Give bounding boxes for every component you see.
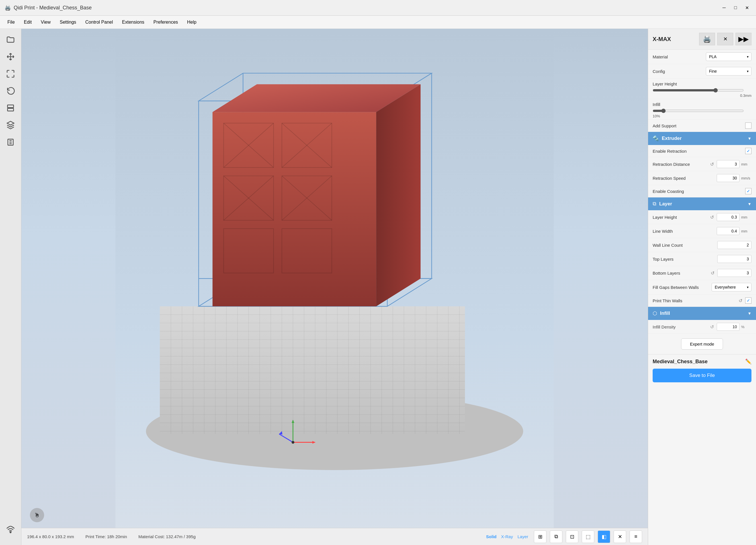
wall-line-count-input[interactable]	[717, 241, 751, 249]
close-button[interactable]: ✕	[742, 4, 751, 12]
viewport-tool-3[interactable]: ⊡	[566, 530, 578, 543]
printer-name: X-MAX	[653, 36, 671, 42]
retraction-speed-input[interactable]	[717, 174, 739, 182]
enable-retraction-label: Enable Retraction	[653, 149, 743, 153]
viewport-tools: ⊞ ⧉ ⊡ ⬚ ◧ ✕ ≡	[534, 530, 642, 543]
left-toolbar	[0, 29, 21, 545]
retraction-distance-input[interactable]	[717, 160, 739, 168]
layer-height-value: 0.3mm	[740, 93, 751, 98]
config-select[interactable]: FineNormalFastExtra Fine	[706, 67, 751, 75]
layer-height-slider[interactable]	[653, 88, 744, 93]
extruder-section-label: Extruder	[662, 136, 745, 141]
tool-stack[interactable]	[3, 118, 18, 132]
retraction-distance-reset[interactable]: ↺	[709, 161, 715, 167]
tool-scale[interactable]	[3, 66, 18, 81]
fill-gaps-select-wrapper: EverywhereNowhereSkinSkin and Infill	[712, 283, 751, 292]
infill-slider[interactable]	[653, 108, 744, 113]
layer-height-reset[interactable]: ↺	[709, 214, 715, 220]
infill-chevron-icon: ▼	[747, 311, 751, 316]
menu-settings[interactable]: Settings	[56, 18, 80, 26]
layer-height-field-unit: mm	[741, 215, 751, 219]
tool-move[interactable]	[3, 49, 18, 64]
view-mode-buttons: Solid X-Ray Layer	[486, 534, 528, 539]
minimize-button[interactable]: ─	[720, 4, 729, 12]
menu-help[interactable]: Help	[183, 18, 200, 26]
close-icon[interactable]: ✕	[717, 33, 733, 45]
infill-label: Infill	[653, 102, 751, 107]
svg-point-83	[292, 441, 294, 444]
forward-icon[interactable]: ▶▶	[735, 33, 751, 45]
viewport-tool-1[interactable]: ⊞	[534, 530, 546, 543]
viewport-bottom-bar: 196.4 x 80.0 x 193.2 mm Print Time: 18h …	[21, 528, 648, 545]
fill-gaps-label: Fill Gaps Between Walls	[653, 285, 709, 290]
layer-section-header[interactable]: ⧉ Layer ▼	[648, 197, 756, 210]
config-row: Config FineNormalFastExtra Fine	[648, 64, 756, 79]
material-row: Material PLAABSPETGTPU	[648, 50, 756, 64]
infill-density-unit: %	[741, 325, 751, 329]
viewport-tool-6[interactable]: ✕	[614, 530, 626, 543]
view-mode-layer[interactable]: Layer	[517, 534, 528, 539]
viewport-info: 196.4 x 80.0 x 193.2 mm Print Time: 18h …	[27, 534, 196, 539]
wall-line-count-label: Wall Line Count	[653, 243, 715, 247]
menu-extensions[interactable]: Extensions	[118, 18, 148, 26]
svg-rect-9	[160, 306, 465, 434]
infill-density-input[interactable]	[717, 323, 739, 331]
config-select-wrapper: FineNormalFastExtra Fine	[706, 67, 751, 75]
maximize-button[interactable]: □	[731, 4, 740, 12]
view-mode-xray[interactable]: X-Ray	[501, 534, 513, 539]
menu-edit[interactable]: Edit	[20, 18, 36, 26]
material-select[interactable]: PLAABSPETGTPU	[706, 52, 751, 61]
infill-row: Infill 10%	[648, 99, 756, 120]
menu-control-panel[interactable]: Control Panel	[81, 18, 117, 26]
layer-height-field-row: Layer Height ↺ mm	[648, 210, 756, 224]
infill-density-reset[interactable]: ↺	[709, 324, 715, 330]
add-support-checkbox[interactable]	[745, 122, 751, 129]
panel-header: X-MAX 🖨️ ✕ ▶▶	[648, 29, 756, 50]
viewport-tool-2[interactable]: ⧉	[550, 530, 562, 543]
viewport-tool-5[interactable]: ◧	[598, 530, 610, 543]
tool-folder[interactable]	[3, 32, 18, 47]
enable-coasting-checkbox[interactable]	[745, 188, 751, 194]
bottom-layers-label: Bottom Layers	[653, 270, 707, 276]
top-layers-label: Top Layers	[653, 257, 715, 261]
bottom-layers-input[interactable]	[717, 269, 751, 277]
fill-gaps-select[interactable]: EverywhereNowhereSkinSkin and Infill	[712, 283, 751, 292]
tool-layers[interactable]	[3, 101, 18, 115]
config-label: Config	[653, 69, 704, 74]
extruder-icon: 🔩	[653, 135, 659, 142]
menu-view[interactable]: View	[37, 18, 54, 26]
line-width-row: Line Width mm	[648, 224, 756, 238]
tool-height[interactable]	[3, 135, 18, 149]
bottom-layers-reset[interactable]: ↺	[709, 270, 716, 276]
enable-retraction-checkbox[interactable]	[745, 148, 751, 154]
viewport[interactable]: Object list ▲	[21, 29, 648, 545]
top-layers-input[interactable]	[717, 255, 751, 263]
extruder-section-header[interactable]: 🔩 Extruder ▼	[648, 132, 756, 145]
view-mode-solid[interactable]: Solid	[486, 534, 497, 539]
layer-chevron-icon: ▼	[747, 202, 751, 206]
retraction-distance-label: Retraction Distance	[653, 162, 706, 167]
tool-rotate[interactable]	[3, 83, 18, 98]
infill-section-header[interactable]: ⬡ Infill ▼	[648, 307, 756, 320]
layer-section-label: Layer	[659, 201, 745, 207]
viewport-tool-4[interactable]: ⬚	[582, 530, 594, 543]
right-panel: X-MAX 🖨️ ✕ ▶▶ Material PLAABSPETGTPU Con…	[648, 29, 756, 545]
line-width-input[interactable]	[717, 227, 739, 235]
svg-marker-76	[376, 84, 421, 306]
print-thin-walls-checkbox[interactable]	[745, 298, 751, 304]
svg-rect-0	[7, 105, 13, 107]
enable-retraction-row: Enable Retraction	[648, 145, 756, 157]
expert-mode-button[interactable]: Expert mode	[681, 339, 723, 350]
layer-height-field-input[interactable]	[717, 213, 739, 221]
main-content: Object list ▲	[0, 29, 756, 545]
edit-icon[interactable]: ✏️	[745, 359, 751, 365]
print-thin-walls-reset[interactable]: ↺	[737, 298, 743, 304]
viewport-tool-7[interactable]: ≡	[630, 530, 642, 543]
infill-value: 10%	[653, 114, 660, 118]
printer-icon[interactable]: 🖨️	[699, 33, 715, 45]
save-to-file-button[interactable]: Save to File	[653, 369, 751, 382]
infill-density-row: Infill Density ↺ %	[648, 320, 756, 334]
tool-wifi[interactable]	[3, 522, 18, 537]
menu-preferences[interactable]: Preferences	[149, 18, 182, 26]
menu-file[interactable]: File	[3, 18, 19, 26]
